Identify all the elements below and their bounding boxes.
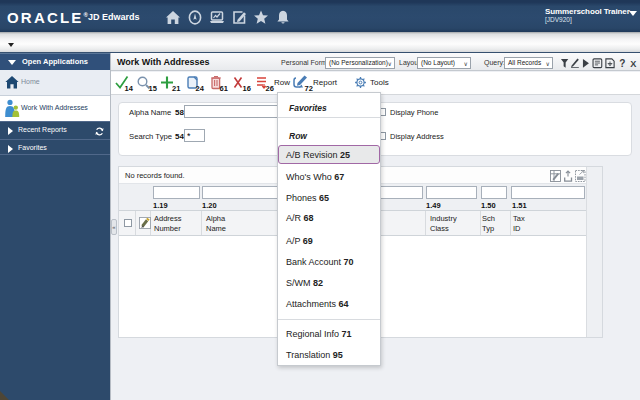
svg-text:?: ? (619, 58, 625, 69)
svg-text:21: 21 (172, 84, 180, 93)
svg-text:24: 24 (196, 84, 205, 93)
svg-text:Tools: Tools (370, 78, 389, 87)
svg-text:16: 16 (243, 84, 251, 93)
svg-text:Row: Row (274, 78, 290, 87)
svg-text:61: 61 (220, 84, 228, 93)
svg-text:15: 15 (149, 84, 157, 93)
svg-text:14: 14 (125, 84, 134, 93)
svg-text:Report: Report (313, 78, 338, 87)
svg-text:26: 26 (266, 84, 274, 93)
svg-text:X: X (630, 59, 637, 69)
